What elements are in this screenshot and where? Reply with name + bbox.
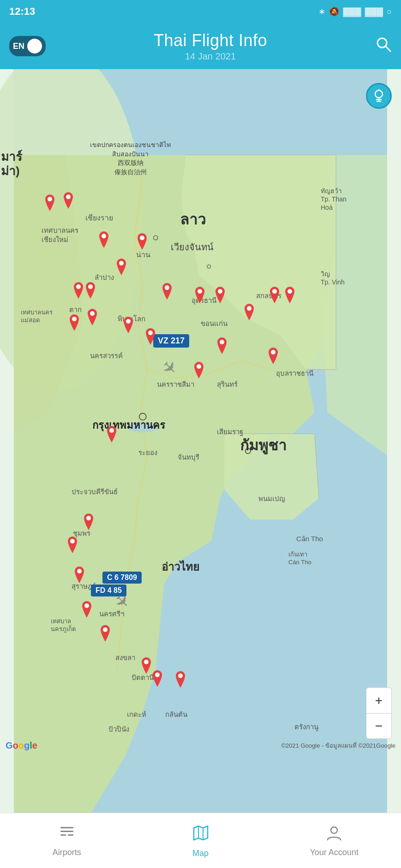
map-pin[interactable] xyxy=(214,287,227,303)
map-pin[interactable] xyxy=(73,567,86,583)
copyright-text: ©2021 Google - ข้อมูลแผนที่ ©2021Google xyxy=(281,741,395,750)
songkhla-label: สงขลา xyxy=(115,652,135,663)
svg-point-35 xyxy=(144,660,149,664)
cantho-label: Cần Tho xyxy=(296,535,323,543)
svg-rect-46 xyxy=(68,834,73,836)
nav-item-account[interactable]: Your Account xyxy=(267,824,401,857)
map-pin[interactable] xyxy=(43,195,56,211)
language-toggle[interactable]: EN xyxy=(9,36,46,56)
svg-point-34 xyxy=(103,627,108,632)
lang-label: EN xyxy=(13,41,24,51)
map-pin[interactable] xyxy=(105,426,118,443)
map-pin[interactable] xyxy=(68,314,81,331)
map-pin[interactable] xyxy=(99,625,112,642)
lampang-label: ลำปาง xyxy=(95,272,114,283)
map-pin[interactable] xyxy=(97,231,110,248)
svg-point-24 xyxy=(126,319,131,324)
signal-icon: ▓▓▓ xyxy=(343,7,361,17)
map-pin[interactable] xyxy=(115,259,128,275)
svg-point-26 xyxy=(220,340,224,344)
nav-item-airports[interactable]: Airports xyxy=(0,824,134,857)
svg-point-11 xyxy=(140,236,144,240)
map-pin[interactable] xyxy=(243,304,256,320)
svg-point-37 xyxy=(178,673,183,678)
map-pin[interactable] xyxy=(268,287,281,303)
nav-item-map[interactable]: Map xyxy=(134,823,268,858)
map-pin[interactable] xyxy=(84,282,97,299)
chanthaburi-label: จันทบุรี xyxy=(178,452,199,463)
map-pin[interactable] xyxy=(144,328,157,345)
map-pin[interactable] xyxy=(82,514,95,530)
nakhonsawan-label: นครสวรรค์ xyxy=(90,350,123,361)
google-logo: Google xyxy=(6,740,37,751)
tak-label: ตาก xyxy=(69,304,82,315)
svg-point-19 xyxy=(287,289,292,294)
svg-point-28 xyxy=(197,364,201,369)
svg-point-12 xyxy=(119,261,124,266)
phnompenh-label: พนมเปญ xyxy=(258,493,285,504)
map-pin[interactable] xyxy=(267,348,280,364)
map-pin[interactable] xyxy=(80,601,93,618)
zoom-in-button[interactable]: + xyxy=(366,687,392,713)
map-pin[interactable] xyxy=(283,287,296,303)
siemreap-label: เสียมราฐ xyxy=(217,426,243,437)
map-pin[interactable] xyxy=(86,309,99,325)
account-label: Your Account xyxy=(310,848,358,857)
kelantan2-label: กลันตัน xyxy=(165,709,187,720)
header-center: Thai Flight Info 14 Jan 2021 xyxy=(154,31,267,62)
map-pin[interactable] xyxy=(193,287,206,303)
svg-point-31 xyxy=(70,539,75,543)
chiangmai-label: เทศบาลนครเชียงใหม่ xyxy=(42,226,78,244)
zoom-out-button[interactable]: − xyxy=(366,713,392,739)
svg-point-27 xyxy=(271,350,275,354)
search-button[interactable] xyxy=(375,36,392,56)
flight-label-vz217[interactable]: VZ 217 xyxy=(153,334,189,348)
svg-point-17 xyxy=(218,289,222,294)
svg-point-30 xyxy=(86,516,91,520)
svg-point-15 xyxy=(165,285,169,290)
svg-point-38 xyxy=(375,90,383,98)
prachuap-label: ประจวบคีรีขันธ์ xyxy=(72,486,118,497)
map-pin[interactable] xyxy=(174,671,187,688)
svg-rect-44 xyxy=(60,831,73,832)
map-pin[interactable] xyxy=(72,282,85,299)
svg-rect-43 xyxy=(60,827,73,828)
app-title: Thai Flight Info xyxy=(154,31,267,50)
giainheo-label: เก้นเทาCàn Tho xyxy=(288,551,311,567)
svg-point-16 xyxy=(198,289,202,294)
map-icon xyxy=(192,823,210,846)
flight-label-c67809[interactable]: C 6 7809 xyxy=(102,572,142,584)
lightbulb-button[interactable] xyxy=(366,83,392,109)
ubon-label: อุบลราชธานี xyxy=(276,368,313,379)
status-icons: ∗ 🔕 ▓▓▓ ▓▓▓ ○ xyxy=(318,6,392,17)
chiangrai-label: เชียงราย xyxy=(85,212,113,224)
trangkanu-label: ตรังกานู xyxy=(294,721,318,732)
svg-point-25 xyxy=(148,331,153,335)
vietnam-vinh-label: วิญTp. Vinh xyxy=(321,270,345,286)
svg-rect-45 xyxy=(60,834,66,836)
map-pin[interactable] xyxy=(192,362,205,378)
map-pin[interactable] xyxy=(66,537,79,553)
status-bar: 12:13 ∗ 🔕 ▓▓▓ ▓▓▓ ○ xyxy=(0,0,401,23)
map-container[interactable]: มาร์ม่า) เขตปกครองตนเองชนชาติไทสิบสองปัน… xyxy=(0,69,401,813)
map-pin[interactable] xyxy=(136,233,149,250)
airports-label: Airports xyxy=(53,848,81,857)
map-pin[interactable] xyxy=(122,317,135,333)
zoom-controls: + − xyxy=(366,687,392,739)
account-icon xyxy=(326,824,342,845)
svg-point-29 xyxy=(109,428,114,433)
svg-point-13 xyxy=(88,284,93,289)
svg-point-9 xyxy=(48,197,52,201)
map-pin[interactable] xyxy=(151,670,164,687)
vietnam-hoá-label: ทัญฮว้าTp. ThanHoá xyxy=(321,187,347,212)
map-pin[interactable] xyxy=(161,283,174,300)
surin-label: สุรินทร์ xyxy=(217,379,238,390)
svg-point-33 xyxy=(84,603,89,608)
status-time: 12:13 xyxy=(9,6,35,18)
map-pin[interactable] xyxy=(215,337,228,354)
maesod-label: เทศบาลนครแม่สอด xyxy=(21,309,53,325)
bluetooth-icon: ∗ xyxy=(318,6,325,17)
map-pin[interactable] xyxy=(62,192,75,209)
map-label: Map xyxy=(192,849,209,858)
svg-point-21 xyxy=(102,234,106,238)
